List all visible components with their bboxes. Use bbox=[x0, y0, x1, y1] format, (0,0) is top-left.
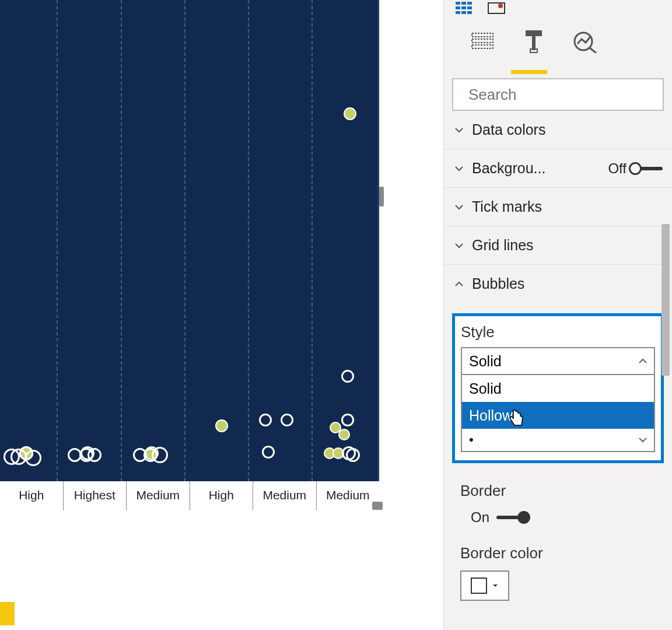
chevron-down-icon bbox=[638, 435, 648, 445]
border-color-label: Border color bbox=[460, 544, 672, 562]
svg-rect-6 bbox=[456, 11, 460, 14]
svg-rect-13 bbox=[472, 45, 493, 48]
x-axis-labels: High Highest Medium High Medium Medium bbox=[0, 481, 379, 510]
svg-rect-14 bbox=[526, 30, 542, 36]
svg-rect-16 bbox=[530, 49, 537, 52]
svg-rect-7 bbox=[461, 11, 466, 14]
bullet-icon: • bbox=[469, 432, 474, 447]
axis-label: High bbox=[190, 481, 253, 510]
data-point[interactable] bbox=[262, 446, 275, 459]
svg-rect-11 bbox=[472, 33, 493, 37]
border-label: Border bbox=[460, 482, 672, 500]
gridline bbox=[121, 0, 122, 481]
cursor-hand-icon bbox=[508, 407, 526, 429]
svg-rect-2 bbox=[467, 2, 472, 5]
chevron-down-icon bbox=[453, 163, 465, 174]
toggle-state: Off bbox=[608, 160, 626, 177]
gridline bbox=[312, 0, 313, 481]
format-panel: Data colors Backgrou... Off Tick marks G… bbox=[443, 0, 672, 630]
tab-format[interactable] bbox=[521, 28, 547, 54]
search-icon bbox=[461, 86, 463, 103]
toggle-state: On bbox=[471, 509, 489, 526]
data-point[interactable] bbox=[341, 370, 354, 383]
style-label: Style bbox=[461, 323, 655, 341]
section-label: Grid lines bbox=[472, 237, 663, 254]
border-color-picker[interactable] bbox=[460, 570, 509, 601]
axis-label: High bbox=[0, 481, 63, 510]
dropdown-more[interactable]: • bbox=[462, 429, 654, 451]
svg-line-18 bbox=[590, 48, 596, 53]
section-grid-lines[interactable]: Grid lines bbox=[444, 226, 672, 265]
section-label: Tick marks bbox=[472, 198, 663, 215]
axis-label: Medium bbox=[253, 481, 316, 510]
chart-area: High Highest Medium High Medium Medium bbox=[0, 0, 408, 513]
style-dropdown[interactable]: Solid bbox=[461, 347, 655, 375]
caret-down-icon bbox=[492, 582, 499, 589]
panel-scrollbar[interactable] bbox=[662, 224, 670, 376]
svg-rect-3 bbox=[456, 6, 460, 9]
search-input[interactable] bbox=[468, 86, 658, 104]
dropdown-option-solid[interactable]: Solid bbox=[462, 375, 654, 402]
chevron-down-icon bbox=[453, 124, 465, 136]
svg-rect-4 bbox=[461, 6, 466, 9]
dropdown-value: Solid bbox=[469, 353, 502, 370]
data-point[interactable] bbox=[281, 414, 293, 426]
background-toggle[interactable]: Off bbox=[608, 160, 663, 177]
section-bubbles[interactable]: Bubbles bbox=[444, 265, 672, 303]
color-swatch bbox=[471, 578, 487, 594]
grid-view-icon[interactable] bbox=[456, 2, 477, 15]
svg-rect-1 bbox=[461, 2, 466, 5]
chevron-up-icon bbox=[638, 356, 648, 366]
data-point[interactable] bbox=[152, 447, 168, 463]
svg-rect-0 bbox=[456, 2, 460, 5]
data-point[interactable] bbox=[88, 448, 102, 462]
svg-rect-8 bbox=[467, 11, 472, 14]
svg-rect-5 bbox=[467, 6, 472, 9]
data-point[interactable] bbox=[259, 414, 272, 426]
data-point[interactable] bbox=[338, 429, 350, 440]
gridline bbox=[57, 0, 58, 481]
tab-fields[interactable] bbox=[470, 28, 495, 54]
section-tick-marks[interactable]: Tick marks bbox=[444, 188, 672, 226]
data-point[interactable] bbox=[10, 449, 27, 465]
data-point[interactable] bbox=[346, 448, 360, 462]
section-label: Backgrou... bbox=[472, 160, 601, 177]
section-label: Bubbles bbox=[472, 275, 663, 292]
border-toggle[interactable]: On bbox=[471, 509, 672, 526]
gridline bbox=[248, 0, 249, 481]
gridline bbox=[184, 0, 186, 481]
section-label: Data colors bbox=[472, 121, 663, 138]
data-point[interactable] bbox=[25, 450, 41, 466]
data-point[interactable] bbox=[344, 107, 356, 120]
chart-scrollbar-vertical[interactable] bbox=[379, 187, 384, 206]
axis-label: Highest bbox=[63, 481, 127, 510]
chevron-up-icon bbox=[453, 278, 465, 290]
search-box[interactable] bbox=[452, 78, 664, 111]
chevron-down-icon bbox=[453, 201, 465, 213]
svg-line-20 bbox=[462, 94, 463, 95]
axis-label: Medium bbox=[316, 481, 380, 510]
page-indicator bbox=[0, 602, 15, 625]
section-background[interactable]: Backgrou... Off bbox=[444, 149, 672, 188]
svg-point-19 bbox=[461, 94, 462, 94]
data-point[interactable] bbox=[215, 419, 228, 432]
tab-analytics[interactable] bbox=[572, 28, 598, 54]
svg-rect-15 bbox=[532, 36, 536, 50]
data-point[interactable] bbox=[341, 414, 354, 426]
style-property-highlight: Style Solid Solid Hollow • bbox=[452, 313, 664, 463]
tab-active-indicator bbox=[511, 70, 547, 74]
svg-rect-12 bbox=[472, 39, 493, 43]
chevron-down-icon bbox=[453, 240, 465, 251]
scatter-plot[interactable] bbox=[0, 0, 379, 481]
axis-label: Medium bbox=[126, 481, 190, 510]
svg-point-10 bbox=[498, 4, 503, 8]
style-dropdown-list: Solid Hollow • bbox=[461, 375, 655, 452]
chart-type-icon[interactable] bbox=[487, 2, 508, 15]
dropdown-option-hollow[interactable]: Hollow bbox=[462, 402, 654, 429]
section-data-colors[interactable]: Data colors bbox=[444, 111, 672, 149]
